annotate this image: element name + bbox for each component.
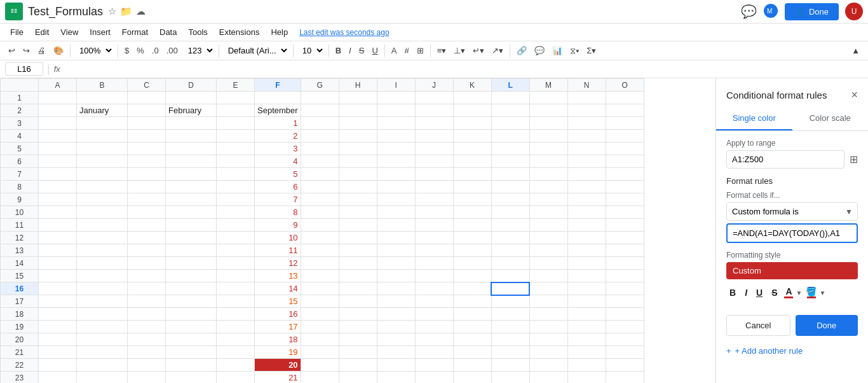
filter-button[interactable]: ⧖▾ (567, 44, 582, 58)
menu-edit[interactable]: Edit (30, 25, 54, 39)
dec1-button[interactable]: .0 (149, 44, 162, 57)
cell-E2[interactable] (217, 104, 255, 117)
rotate-button[interactable]: ↗▾ (489, 44, 506, 57)
col-header-D[interactable]: D (166, 79, 217, 92)
range-input[interactable] (726, 150, 844, 169)
cell-O1[interactable] (606, 92, 644, 104)
paint-format-button[interactable]: 🎨 (50, 44, 67, 57)
zoom-select[interactable]: 100% (74, 43, 114, 58)
col-header-I[interactable]: I (377, 79, 415, 92)
menu-insert[interactable]: Insert (85, 25, 116, 39)
underline-style-button[interactable]: U (753, 286, 766, 300)
font-color-chevron[interactable]: ▼ (796, 289, 802, 296)
cell-D1[interactable] (166, 92, 217, 104)
menu-file[interactable]: File (5, 25, 29, 39)
cell-I1[interactable] (377, 92, 415, 104)
cell-G2[interactable] (301, 104, 339, 117)
menu-help[interactable]: Help (266, 25, 293, 39)
col-header-G[interactable]: G (301, 79, 339, 92)
col-header-B[interactable]: B (77, 79, 128, 92)
link-button[interactable]: 🔗 (513, 44, 530, 57)
cell-O2[interactable] (606, 104, 644, 117)
cell-A1[interactable] (39, 92, 77, 104)
cell-N2[interactable] (567, 104, 606, 117)
cell-K2[interactable] (453, 104, 491, 117)
currency-button[interactable]: $ (121, 44, 132, 57)
col-header-F[interactable]: F (255, 79, 301, 92)
cell-H1[interactable] (339, 92, 377, 104)
valign-button[interactable]: ⊥▾ (451, 44, 468, 57)
font-color-button[interactable]: A (783, 286, 794, 300)
menu-view[interactable]: View (55, 25, 83, 39)
col-header-A[interactable]: A (39, 79, 77, 92)
menu-format[interactable]: Format (117, 25, 153, 39)
cell-M1[interactable] (529, 92, 567, 104)
italic-style-button[interactable]: I (742, 286, 750, 300)
menu-extensions[interactable]: Extensions (214, 25, 265, 39)
function-button[interactable]: Σ▾ (583, 44, 599, 57)
cell-F2[interactable]: September (255, 104, 301, 117)
chart-button[interactable]: 📊 (549, 44, 566, 57)
strikethrough-button[interactable]: S (356, 44, 368, 57)
cell-C2[interactable] (128, 104, 166, 117)
menu-data[interactable]: Data (154, 25, 182, 39)
cell-M2[interactable] (529, 104, 567, 117)
size-select[interactable]: 10 (297, 43, 325, 58)
share-button[interactable]: 👤 Done (785, 3, 839, 20)
col-header-L[interactable]: L (491, 79, 529, 92)
add-rule-button[interactable]: + + Add another rule (726, 344, 858, 358)
fill-color-style-button[interactable]: 🪣 (804, 286, 818, 300)
underline-button[interactable]: U (369, 44, 381, 57)
cell-L1[interactable] (491, 92, 529, 104)
bold-button[interactable]: B (332, 44, 344, 57)
italic-button[interactable]: I (346, 44, 355, 57)
formula-input[interactable] (64, 63, 863, 75)
font-select[interactable]: Default (Ari... (222, 43, 290, 58)
fill-color-button[interactable]: A (388, 44, 400, 57)
format-select[interactable]: 123 (182, 43, 215, 58)
bold-style-button[interactable]: B (726, 286, 739, 300)
comment-button[interactable]: 💬 (741, 4, 757, 19)
wrap-button[interactable]: ↵▾ (470, 44, 487, 57)
col-header-C[interactable]: C (128, 79, 166, 92)
col-header-N[interactable]: N (567, 79, 606, 92)
redo-button[interactable]: ↪ (20, 44, 33, 57)
col-header-J[interactable]: J (415, 79, 453, 92)
print-button[interactable]: 🖨 (34, 44, 49, 57)
meet-button[interactable]: M (763, 3, 778, 20)
cell-B1[interactable] (77, 92, 128, 104)
cell-J2[interactable] (415, 104, 453, 117)
fill-color-chevron[interactable]: ▼ (819, 289, 825, 296)
panel-close-button[interactable]: × (851, 88, 858, 102)
strikethrough-style-button[interactable]: S (768, 286, 780, 300)
borders-button[interactable]: # (401, 44, 412, 57)
star-icon[interactable]: ☆ (108, 6, 116, 17)
col-header-M[interactable]: M (529, 79, 567, 92)
cell-A2[interactable] (39, 104, 77, 117)
cell-G1[interactable] (301, 92, 339, 104)
halign-button[interactable]: ≡▾ (434, 44, 450, 57)
collapse-button[interactable]: ▲ (848, 44, 863, 57)
grid-select-button[interactable]: ⊞ (847, 151, 860, 168)
cloud-icon[interactable]: ☁ (136, 6, 146, 17)
cell-N1[interactable] (567, 92, 606, 104)
formula-value-input[interactable] (726, 223, 858, 243)
cell-ref-input[interactable]: L16 (5, 62, 43, 76)
menu-tools[interactable]: Tools (183, 25, 212, 39)
cell-L16[interactable] (491, 282, 529, 295)
cell-K1[interactable] (453, 92, 491, 104)
cell-I2[interactable] (377, 104, 415, 117)
done-button[interactable]: Done (796, 315, 858, 336)
col-header-E[interactable]: E (217, 79, 255, 92)
cell-C1[interactable] (128, 92, 166, 104)
col-header-K[interactable]: K (453, 79, 491, 92)
cancel-button[interactable]: Cancel (726, 315, 790, 336)
comment-inline-button[interactable]: 💬 (531, 44, 548, 57)
cell-D2[interactable]: February (166, 104, 217, 117)
undo-button[interactable]: ↩ (5, 44, 18, 57)
cell-J1[interactable] (415, 92, 453, 104)
cell-L2[interactable] (491, 104, 529, 117)
tab-single-color[interactable]: Single color (716, 107, 792, 130)
dec2-button[interactable]: .00 (163, 44, 181, 57)
percent-button[interactable]: % (133, 44, 147, 57)
